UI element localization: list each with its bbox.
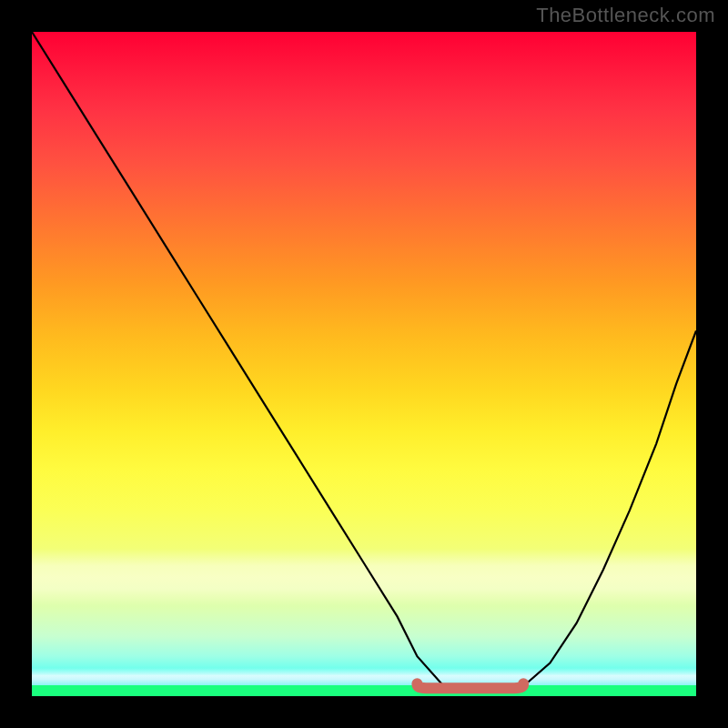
series-curve (32, 32, 696, 691)
trough-marker (417, 683, 523, 688)
watermark-text: TheBottleneck.com (536, 4, 715, 27)
plot-area (32, 32, 696, 696)
curve-svg (32, 32, 696, 696)
chart-frame: TheBottleneck.com (0, 0, 728, 728)
